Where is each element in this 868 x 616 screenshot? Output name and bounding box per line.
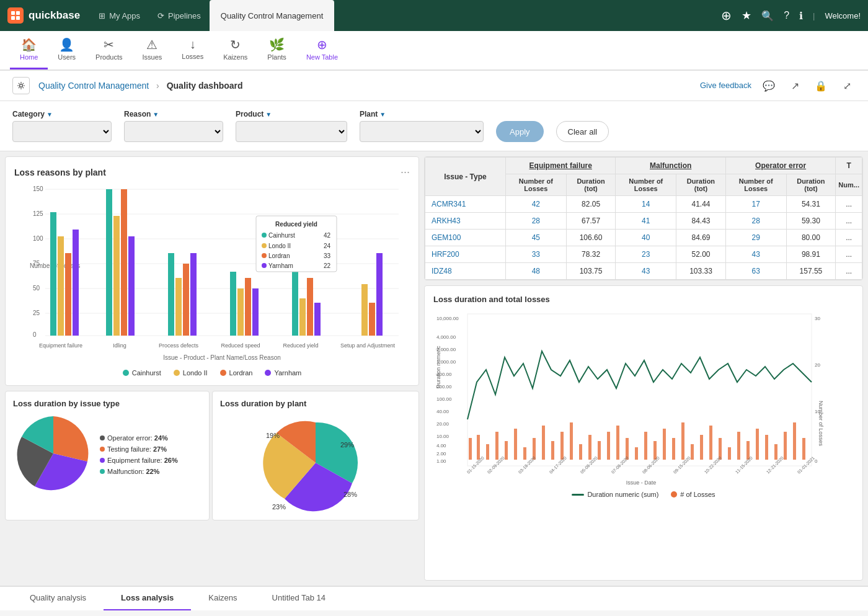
apply-button[interactable]: Apply xyxy=(496,121,544,142)
search-icon[interactable]: 🔍 xyxy=(761,10,774,22)
svg-text:1.00: 1.00 xyxy=(436,458,446,464)
mal-num-cell: 41 xyxy=(616,213,676,230)
settings-button[interactable] xyxy=(12,77,30,94)
svg-text:42: 42 xyxy=(324,232,331,239)
pie-label-malfunction: Malfunction: 22% xyxy=(100,468,178,475)
product-name-cell[interactable]: GEM100 xyxy=(425,230,506,246)
home-label: Home xyxy=(20,53,38,61)
svg-text:20: 20 xyxy=(815,362,820,368)
svg-text:24: 24 xyxy=(324,243,331,249)
clear-all-button[interactable]: Clear all xyxy=(556,121,609,142)
plants-icon: 🌿 xyxy=(269,37,285,52)
give-feedback-button[interactable]: Give feedback xyxy=(700,81,751,91)
category-label: Category ▼ xyxy=(12,110,112,118)
ef-num-cell: 45 xyxy=(506,230,567,246)
oe-dur-cell: 157.55 xyxy=(786,263,836,280)
svg-rect-90 xyxy=(477,435,480,460)
pie-label-operator: Equipment failure: 26% xyxy=(100,457,178,464)
svg-rect-105 xyxy=(616,426,619,460)
nav-losses[interactable]: ↓ Losses xyxy=(172,30,213,69)
ef-dur-cell: 82.05 xyxy=(566,196,616,213)
welcome-text[interactable]: Welcome! xyxy=(825,11,861,20)
myapps-label: My Apps xyxy=(109,11,140,20)
product-select[interactable] xyxy=(236,121,347,142)
svg-rect-120 xyxy=(756,429,759,460)
t-cell: ... xyxy=(836,230,862,246)
line-legend-duration: Duration numeric (sum) xyxy=(572,491,658,498)
nav-plants[interactable]: 🌿 Plants xyxy=(257,30,296,69)
plant-select[interactable] xyxy=(360,121,484,142)
kaizens-icon: ↻ xyxy=(230,37,241,52)
product-name-cell[interactable]: HRF200 xyxy=(425,246,506,263)
tab-loss-analysis[interactable]: Loss analysis xyxy=(104,586,191,610)
losses-label: Losses xyxy=(182,53,203,60)
nav-products[interactable]: ✂ Products xyxy=(86,30,132,69)
nav-tab-pipelines[interactable]: ⟳ Pipelines xyxy=(149,0,210,31)
pie-chart-issue xyxy=(13,413,94,494)
svg-rect-114 xyxy=(700,435,703,460)
breadcrumb-sep: › xyxy=(156,81,159,91)
reason-select[interactable] xyxy=(124,121,223,142)
loss-duration-total-panel: Loss duration and total losses 10,000.00… xyxy=(424,285,863,581)
share-icon-button[interactable]: ↗ xyxy=(786,77,804,94)
svg-rect-118 xyxy=(737,432,740,460)
new-table-icon: ⊕ xyxy=(317,37,327,52)
svg-rect-34 xyxy=(245,278,251,336)
mal-num-cell: 40 xyxy=(616,230,676,246)
nav-home[interactable]: 🏠 Home xyxy=(10,30,48,69)
star-icon[interactable]: ★ xyxy=(742,9,751,22)
svg-text:4.00: 4.00 xyxy=(436,443,446,449)
nav-kaizens[interactable]: ↻ Kaizens xyxy=(213,30,257,69)
table-row: ARKH43 28 67.57 41 84.43 28 59.30 ... xyxy=(425,213,862,230)
svg-rect-92 xyxy=(495,432,498,460)
logo[interactable]: quickbase xyxy=(7,7,80,24)
add-icon[interactable]: ⊕ xyxy=(721,8,732,23)
svg-rect-113 xyxy=(691,444,694,460)
nav-tab-myapps[interactable]: ⊞ My Apps xyxy=(90,0,149,31)
svg-rect-93 xyxy=(505,441,508,460)
product-name-cell[interactable]: IDZ48 xyxy=(425,263,506,280)
svg-text:100.00: 100.00 xyxy=(436,396,452,402)
tab-kaizens[interactable]: Kaizens xyxy=(191,586,254,610)
tab-untitled[interactable]: Untitled Tab 14 xyxy=(255,586,343,610)
svg-rect-112 xyxy=(681,422,684,460)
tab-quality-analysis[interactable]: Quality analysis xyxy=(12,586,104,610)
svg-rect-98 xyxy=(551,441,554,460)
ef-num-cell: 48 xyxy=(506,263,567,280)
product-name-cell[interactable]: ACMR341 xyxy=(425,196,506,213)
more-options-icon[interactable]: ··· xyxy=(401,166,410,179)
expand-icon-button[interactable]: ⤢ xyxy=(838,77,856,94)
col-oe-num: Number of Losses xyxy=(725,174,786,196)
bar-chart-svg: 150 125 100 75 50 25 0 Number of Losses xyxy=(14,179,411,365)
svg-rect-42 xyxy=(369,303,375,336)
nav-issues[interactable]: ⚠ Issues xyxy=(133,30,172,69)
loss-duration-issue-title: Loss duration by issue type xyxy=(13,399,202,408)
lock-icon-button[interactable]: 🔒 xyxy=(812,77,830,94)
svg-rect-3 xyxy=(16,16,20,20)
mal-num-cell: 23 xyxy=(616,246,676,263)
kaizens-label: Kaizens xyxy=(223,53,247,61)
ef-dur-cell: 106.60 xyxy=(566,230,616,246)
product-name-cell[interactable]: ARKH43 xyxy=(425,213,506,230)
breadcrumb-app[interactable]: Quality Control Management xyxy=(38,81,149,91)
chat-icon-button[interactable]: 💬 xyxy=(760,77,777,94)
col-ef-num: Number of Losses xyxy=(506,174,567,196)
t-cell: ... xyxy=(836,263,862,280)
reason-label: Reason ▼ xyxy=(124,110,223,118)
svg-rect-101 xyxy=(579,444,582,460)
svg-text:30: 30 xyxy=(815,316,820,321)
svg-rect-94 xyxy=(514,429,517,460)
nav-users[interactable]: 👤 Users xyxy=(48,30,86,69)
svg-text:Reduced speed: Reduced speed xyxy=(221,342,260,349)
svg-rect-121 xyxy=(765,435,768,460)
svg-rect-88 xyxy=(467,314,812,466)
nav-new-table[interactable]: ⊕ New Table xyxy=(296,30,348,69)
help-icon[interactable]: ? xyxy=(784,10,789,21)
nav-tab-qcm[interactable]: Quality Control Management xyxy=(210,0,334,31)
category-select[interactable] xyxy=(12,121,112,142)
product-label: Product ▼ xyxy=(236,110,347,118)
info-icon[interactable]: ℹ xyxy=(799,10,803,22)
svg-point-4 xyxy=(20,84,23,87)
table-row: GEM100 45 106.60 40 84.69 29 80.00 ... xyxy=(425,230,862,246)
t-cell: ... xyxy=(836,196,862,213)
